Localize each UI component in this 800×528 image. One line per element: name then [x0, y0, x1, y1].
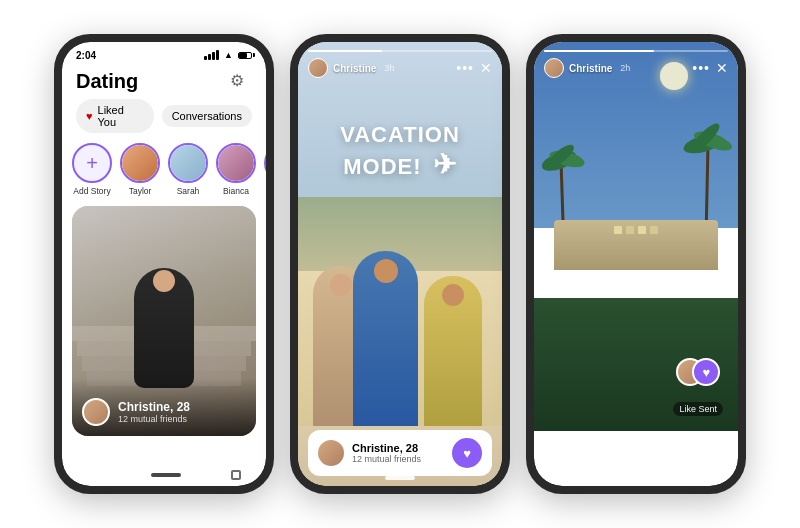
story-profile-bar-2: Christine, 28 12 mutual friends ♥ — [308, 430, 492, 476]
resort-building — [554, 220, 717, 270]
time-display: 2:04 — [76, 50, 96, 61]
app-title: Dating — [76, 70, 138, 93]
sp-avatar — [264, 143, 266, 183]
story-meta-3: Christine 2h ••• ✕ — [544, 58, 728, 78]
story-sp[interactable]: Sp... — [264, 143, 266, 196]
story-more-icon-3[interactable]: ••• — [692, 60, 710, 76]
home-button-2[interactable] — [385, 476, 415, 480]
story-header-3: Christine 2h ••• ✕ — [534, 42, 738, 78]
taylor-label: Taylor — [129, 186, 152, 196]
resort-background — [534, 42, 738, 486]
story-avatar-3 — [544, 58, 564, 78]
phone-2: Christine 3h ••• ✕ VACATION MODE! ✈ — [290, 34, 510, 494]
story-controls-3: ••• ✕ — [692, 60, 728, 76]
progress-bar — [308, 50, 492, 52]
phone-3: Christine 2h ••• ✕ ♥ Like Sent — [526, 34, 746, 494]
story-close-icon-3[interactable]: ✕ — [716, 60, 728, 76]
story-profile-text-2: Christine, 28 12 mutual friends — [352, 442, 421, 464]
story-sarah[interactable]: Sarah — [168, 143, 208, 196]
progress-bar-3 — [544, 50, 728, 52]
bianca-avatar — [216, 143, 256, 183]
story-username-2: Christine — [333, 63, 376, 74]
recents-button-3[interactable] — [703, 470, 713, 480]
story-close-icon[interactable]: ✕ — [480, 60, 492, 76]
sarah-avatar — [168, 143, 208, 183]
taylor-avatar — [120, 143, 160, 183]
story-header-2: Christine 3h ••• ✕ — [298, 42, 502, 78]
home-button[interactable] — [151, 473, 181, 477]
progress-fill — [308, 50, 382, 52]
story-controls-2: ••• ✕ — [456, 60, 492, 76]
profile-card[interactable]: Christine, 28 12 mutual friends — [72, 206, 256, 436]
story-mini-avatar-2 — [318, 440, 344, 466]
app-header: Dating ⚙ — [62, 62, 266, 99]
profile-info-bar: Christine, 28 12 mutual friends — [72, 378, 256, 436]
tab-conversations[interactable]: Conversations — [162, 105, 252, 127]
story-meta: Christine 3h ••• ✕ — [308, 58, 492, 78]
bianca-label: Bianca — [223, 186, 249, 196]
status-icons: ▲ — [204, 50, 252, 60]
home-button-3[interactable] — [623, 473, 653, 477]
heart-icon: ♥ — [86, 110, 93, 122]
story-more-icon[interactable]: ••• — [456, 60, 474, 76]
phone-2-screen: Christine 3h ••• ✕ VACATION MODE! ✈ — [298, 42, 502, 486]
back-button-3[interactable] — [559, 470, 573, 480]
phones-container: 2:04 ▲ Dating ⚙ — [34, 14, 766, 514]
story-username-3: Christine — [569, 63, 612, 74]
tab-conversations-label: Conversations — [172, 110, 242, 122]
phone-1: 2:04 ▲ Dating ⚙ — [54, 34, 274, 494]
story-heart-button-2[interactable]: ♥ — [452, 438, 482, 468]
story-bianca[interactable]: Bianca — [216, 143, 256, 196]
status-bar-1: 2:04 ▲ — [62, 42, 266, 62]
like-heart-icon: ♥ — [692, 358, 720, 386]
story-add[interactable]: + Add Story — [72, 143, 112, 196]
story-avatar-2 — [308, 58, 328, 78]
profile-text: Christine, 28 12 mutual friends — [118, 400, 190, 424]
add-story-icon: + — [72, 143, 112, 183]
add-story-label: Add Story — [73, 186, 110, 196]
settings-icon[interactable]: ⚙ — [230, 71, 252, 93]
recents-button[interactable] — [231, 470, 241, 480]
like-sent-badge: ♥ Like Sent — [673, 358, 723, 416]
battery-icon — [238, 52, 252, 59]
back-button[interactable] — [87, 470, 101, 480]
group-photo-area — [298, 172, 502, 426]
like-avatar-stack: ♥ — [676, 358, 720, 398]
bottom-nav-3 — [534, 470, 738, 480]
story-taylor[interactable]: Taylor — [120, 143, 160, 196]
profile-name: Christine, 28 — [118, 400, 190, 414]
progress-fill-3 — [544, 50, 654, 52]
tab-liked-label: Liked You — [98, 104, 144, 128]
phone-1-screen: 2:04 ▲ Dating ⚙ — [62, 42, 266, 486]
story-profile-mutual-2: 12 mutual friends — [352, 454, 421, 464]
story-user-info-3: Christine 2h — [544, 58, 630, 78]
bottom-nav-2 — [298, 476, 502, 480]
profile-mutual: 12 mutual friends — [118, 414, 190, 424]
tab-liked-you[interactable]: ♥ Liked You — [76, 99, 154, 133]
story-profile-name-2: Christine, 28 — [352, 442, 421, 454]
person-head — [153, 270, 175, 292]
tabs-row: ♥ Liked You Conversations — [62, 99, 266, 143]
wifi-icon: ▲ — [224, 50, 233, 60]
profile-mini-avatar — [82, 398, 110, 426]
person-3 — [424, 276, 482, 426]
story-time-2: 3h — [384, 63, 394, 73]
person-figure — [134, 268, 194, 388]
like-sent-label: Like Sent — [673, 402, 723, 416]
sarah-label: Sarah — [177, 186, 200, 196]
person-2 — [353, 251, 418, 426]
bottom-nav-1 — [62, 470, 266, 480]
stories-row: + Add Story Taylor Sarah — [62, 143, 266, 206]
phone-3-screen: Christine 2h ••• ✕ ♥ Like Sent — [534, 42, 738, 486]
story-user-info: Christine 3h — [308, 58, 394, 78]
story-time-3: 2h — [620, 63, 630, 73]
